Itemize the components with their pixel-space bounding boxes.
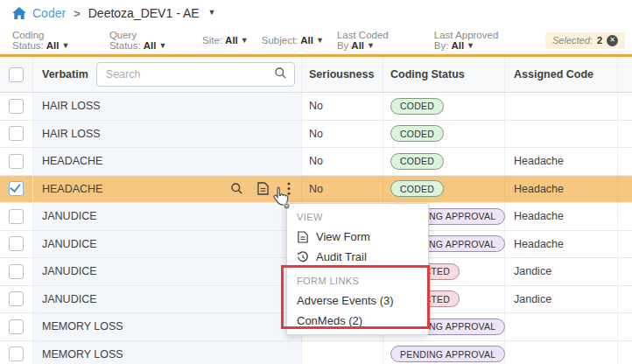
chevron-down-icon: ▼ (367, 41, 375, 50)
row-checkbox[interactable] (9, 264, 24, 279)
home-icon[interactable] (12, 7, 26, 20)
row-checkbox[interactable] (9, 319, 24, 334)
row-context-menu: VIEW View Form Audit Trail FORM LINKS Ad… (286, 203, 429, 335)
selected-label: Selected: (552, 35, 593, 46)
menu-item-label: ConMeds (2) (297, 314, 362, 327)
assigned-code-cell: Headache (514, 238, 564, 250)
search-icon[interactable] (229, 182, 243, 196)
verbatim-cell: JANUDICE (42, 210, 97, 222)
verbatim-cell: MEMORY LOSS (42, 320, 123, 332)
status-badge: CODED (390, 153, 444, 170)
breadcrumb-app-link[interactable]: Coder (32, 6, 66, 20)
breadcrumb: Coder > Deetoza_DEV1 - AE ▼ (0, 0, 632, 26)
table-row[interactable]: HAIR LOSS No CODED (0, 121, 632, 149)
assigned-code-cell: Headache (514, 210, 564, 222)
form-links-group: FORM LINKS Adverse Events (3) ConMeds (2… (287, 269, 428, 331)
verbatim-cell: JANUDICE (42, 293, 97, 305)
verbatim-cell: HAIR LOSS (42, 100, 101, 112)
menu-item-label: Adverse Events (3) (297, 294, 394, 307)
row-checkbox[interactable] (9, 99, 24, 114)
column-header-seriousness[interactable]: Seriousness (309, 68, 374, 80)
menu-section-title: VIEW (287, 207, 428, 227)
chevron-down-icon: ▼ (241, 36, 249, 45)
seriousness-cell: No (309, 100, 323, 112)
row-checkbox-checked[interactable] (9, 181, 24, 196)
filter-last-approved-by[interactable]: Last Approved By:All▼ (434, 30, 532, 51)
assigned-code-cell: Jandice (514, 293, 551, 305)
verbatim-cell: HEADACHE (42, 155, 102, 167)
history-icon (297, 251, 309, 263)
status-badge: CODED (390, 125, 444, 142)
verbatim-cell: JANUDICE (42, 238, 97, 250)
menu-item-view-form[interactable]: View Form (287, 227, 428, 247)
verbatim-search (96, 62, 295, 87)
row-checkbox[interactable] (9, 209, 24, 224)
menu-section-title: FORM LINKS (287, 271, 428, 290)
verbatim-cell: HEADACHE (42, 183, 102, 195)
kebab-menu-icon[interactable] (282, 182, 296, 196)
table-row[interactable]: MEMORY LOSS PENDING APPROVAL (0, 341, 632, 364)
table-row-selected[interactable]: HEADACHE No CODED Headache (0, 176, 632, 204)
status-badge: CODED (390, 98, 444, 115)
table-row[interactable]: HAIR LOSS No CODED (0, 93, 632, 121)
filter-last-coded-by[interactable]: Last Coded ByAll▼ (337, 30, 421, 51)
filter-bar: Coding Status:All▼ Query Status:All▼ Sit… (0, 26, 632, 54)
verbatim-cell: JANUDICE (42, 265, 97, 277)
seriousness-cell: No (309, 155, 323, 167)
breadcrumb-separator: > (74, 7, 81, 20)
assigned-code-cell: Headache (514, 155, 564, 167)
chevron-down-icon: ▼ (62, 41, 70, 50)
assigned-code-cell: Headache (514, 183, 564, 195)
menu-item-label: View Form (316, 230, 370, 243)
row-checkbox[interactable] (9, 154, 24, 169)
chevron-down-icon: ▼ (316, 36, 324, 45)
menu-item-label: Audit Trail (316, 250, 367, 263)
assigned-code-cell: Jandice (514, 265, 551, 277)
chevron-down-icon: ▼ (467, 41, 474, 50)
row-checkbox[interactable] (9, 236, 24, 251)
search-input[interactable] (104, 67, 274, 81)
column-header-verbatim[interactable]: Verbatim (42, 68, 88, 80)
status-badge: CODED (390, 180, 444, 197)
verbatim-cell: MEMORY LOSS (42, 348, 123, 360)
selected-count: 2 (597, 35, 602, 46)
row-checkbox[interactable] (9, 346, 24, 361)
selected-count-badge: Selected: 2 ✕ (545, 32, 625, 49)
verbatim-cell: HAIR LOSS (42, 128, 101, 140)
row-actions (229, 182, 296, 196)
breadcrumb-context-selector[interactable]: Deetoza_DEV1 - AE (88, 6, 200, 20)
coder-app-window: Coder > Deetoza_DEV1 - AE ▼ Coding Statu… (0, 0, 632, 364)
menu-item-audit-trail[interactable]: Audit Trail (287, 247, 428, 267)
form-icon (297, 231, 309, 243)
filter-subject[interactable]: Subject:All▼ (262, 35, 324, 46)
search-icon[interactable] (274, 66, 287, 82)
chevron-down-icon: ▼ (158, 41, 166, 50)
seriousness-cell: No (309, 128, 323, 140)
form-icon[interactable] (256, 182, 270, 196)
chevron-down-icon[interactable]: ▼ (208, 8, 216, 17)
select-all-checkbox[interactable] (9, 67, 24, 82)
row-checkbox[interactable] (9, 126, 24, 141)
filter-site[interactable]: Site:All▼ (202, 35, 249, 46)
column-header-coding-status[interactable]: Coding Status (390, 68, 465, 80)
table-header-row: Verbatim Seriousness Coding Status Assig… (0, 57, 632, 93)
seriousness-cell: No (309, 183, 323, 195)
menu-item-adverse-events[interactable]: Adverse Events (3) (287, 290, 428, 311)
column-header-assigned-code[interactable]: Assigned Code (514, 68, 593, 80)
table-row[interactable]: HEADACHE No CODED Headache (0, 148, 632, 176)
status-badge: PENDING APPROVAL (390, 346, 505, 362)
menu-item-conmeds[interactable]: ConMeds (2) (287, 311, 428, 331)
filter-query-status[interactable]: Query Status:All▼ (109, 30, 189, 51)
close-circle-icon[interactable]: ✕ (607, 35, 618, 46)
row-checkbox[interactable] (9, 291, 24, 306)
filter-coding-status[interactable]: Coding Status:All▼ (12, 30, 96, 51)
